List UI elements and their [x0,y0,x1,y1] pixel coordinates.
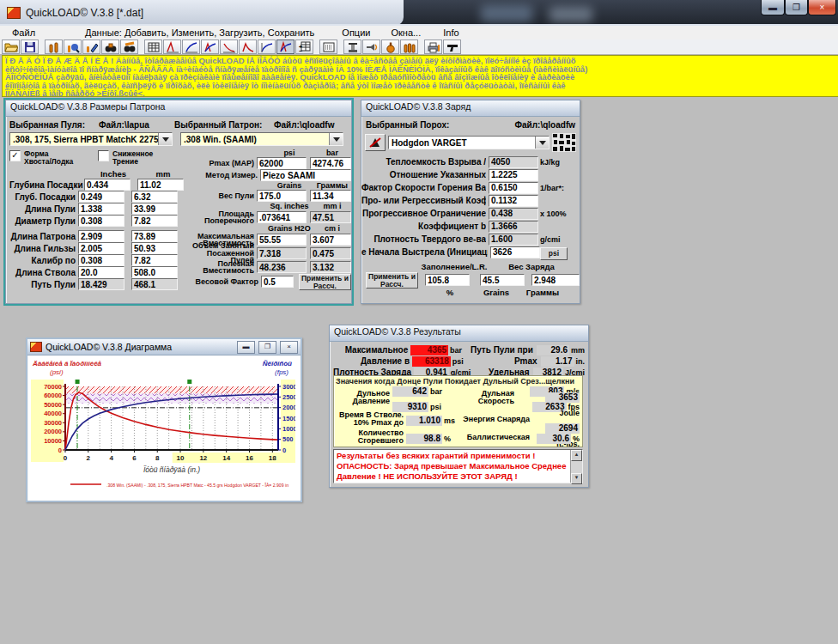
powder-view-button[interactable] [120,39,138,54]
cartridge-panel-title[interactable]: QuickLOAD© V.3.8 Размеры Патрона [6,100,351,117]
burn-rate-field[interactable] [489,182,538,194]
cartridge-fill-button[interactable] [400,39,418,54]
bullet-database-button[interactable] [45,39,63,54]
bullet-length-in[interactable] [78,203,124,215]
bore-area-in[interactable] [257,211,307,223]
results-panel-title[interactable]: QuickLOAD© V.3.8 Результаты [330,325,588,342]
powder-info-button[interactable] [365,134,386,151]
field-label: Путь Пули [9,280,78,289]
max-capacity-cm[interactable] [310,234,351,246]
load-table-button[interactable] [144,39,162,54]
apply-calc-button[interactable]: Применить и Рассч. [366,272,418,289]
window-title: QuickLOAD© V.3.8 [*.dat] [26,7,143,19]
boattail-checkbox[interactable]: ✓ [9,150,21,161]
chart-velocity-curve-button[interactable] [182,39,200,54]
warning-scrollbar[interactable]: ▲▼ [570,450,582,483]
chevron-down-icon[interactable] [158,133,172,145]
menu-options[interactable]: Опции [335,27,377,38]
svg-text:2000: 2000 [282,404,295,411]
bullet-weight-grams[interactable] [310,190,351,202]
bar-header: bar [313,149,351,157]
bullet-diameter-in[interactable] [78,215,124,227]
open-file-button[interactable] [2,39,20,54]
pmax-psi-field[interactable] [257,157,307,169]
powder-combobox[interactable]: Hodgdon VARGET [388,136,550,149]
save-file-button[interactable] [21,39,39,54]
pmax-bar-field[interactable] [310,157,351,169]
bullet-length-mm[interactable] [131,203,178,215]
bullet-search-button[interactable] [64,39,82,54]
reloading-press-button[interactable] [343,39,361,54]
diagram-close-button[interactable]: × [280,341,298,354]
seating-depth-in[interactable] [84,179,131,191]
chart-pressure-velocity-button[interactable] [201,39,219,54]
menu-windows[interactable]: Окна... [384,27,428,38]
menu-file[interactable]: Файл [5,27,42,38]
progressivity-field[interactable] [489,195,538,207]
weight-factor-field[interactable] [261,276,294,288]
measure-method-field[interactable] [260,169,351,181]
table-adjust-button[interactable]: +− [295,39,313,54]
menu-data[interactable]: Данные: Добавить, Изменить, Загрузить, С… [78,27,321,38]
barrel-length-in[interactable] [78,266,124,278]
heat-label: Теплоемкость Взрыва / [361,157,486,167]
chart-burnout-button[interactable] [239,39,257,54]
maximize-button[interactable]: ❐ [785,0,808,15]
ignition-pressure-field[interactable] [490,246,540,258]
diagram-titlebar[interactable]: QuickLOAD© V.3.8 Диаграмма ▬ ❐ × [27,339,301,355]
window-caption[interactable]: QuickLOAD© V.3.8 [*.dat] [0,0,404,26]
caliber-in[interactable] [78,254,124,266]
svg-text:50000: 50000 [44,401,62,409]
percent-unit: % [437,288,463,297]
case-length-mm[interactable] [131,242,178,254]
bullet-edit-button[interactable] [82,39,100,54]
chart-pressure-peak-button[interactable] [163,39,181,54]
barrel-time-value: 1.010 [406,416,442,426]
powder-flask-button[interactable] [381,39,399,54]
apply-calc-button[interactable]: Применить и Рассч. [299,274,351,290]
scroll-down-icon[interactable]: ▼ [571,473,582,484]
fill-ratio-field[interactable] [425,274,470,286]
toolbar: +− [0,39,838,55]
ballistic-eff-value: 30.6 [537,434,571,444]
firearm-button[interactable] [443,39,461,54]
charge-panel-title[interactable]: QuickLOAD© V.3.8 Заряд [361,100,580,117]
bullet-combobox[interactable]: .308, 175, Sierra HPBT MatchK 2275 [9,132,173,146]
bullet-energy-label: Энергия Снаряда [461,416,530,423]
friction-checkbox[interactable] [98,150,109,161]
seat-depth2-mm[interactable] [131,191,178,203]
seating-depth-mm[interactable] [137,179,184,191]
chart-combined-active-button[interactable] [276,39,295,54]
print-target-button[interactable] [424,39,442,54]
bullet-weight-grains[interactable] [257,190,307,202]
recoil-calc-button[interactable] [362,39,380,54]
caliber-mm[interactable] [131,254,178,266]
chart-velocity-alt-button[interactable] [258,39,276,54]
field-label: Диаметр Пули [9,216,78,226]
bullet-diameter-mm[interactable] [131,215,178,227]
case-length-in[interactable] [78,242,124,254]
menu-info[interactable]: Info [436,27,465,38]
case-combobox[interactable]: .308 Win. (SAAMI) [180,132,343,146]
charge-grains-field[interactable] [480,274,525,286]
diagram-minimize-button[interactable]: ▬ [237,341,255,354]
cartridge-length-in[interactable] [78,230,124,242]
seat-depth2-in[interactable] [78,191,124,203]
svg-text:−: − [299,48,302,53]
close-button[interactable]: × [808,0,836,15]
charge-grams-field[interactable] [531,274,580,286]
chart-pressure-drop-button[interactable] [220,39,238,54]
cartridge-length-mm[interactable] [131,230,178,242]
max-capacity-grains[interactable] [257,234,307,246]
diagram-restore-button[interactable]: ❐ [258,341,276,354]
minimize-button[interactable]: ▬ [761,0,785,15]
chevron-down-icon[interactable] [535,137,549,149]
psi-unit-button[interactable]: psi [540,247,568,260]
powder-label: Выбранный Порох: [366,120,515,130]
powder-search-button[interactable] [101,39,119,54]
ratio-field[interactable] [489,169,538,181]
list-data-button[interactable] [319,39,337,54]
chevron-down-icon[interactable] [329,133,343,145]
barrel-length-mm[interactable] [131,266,178,278]
scroll-up-icon[interactable]: ▲ [571,450,582,461]
